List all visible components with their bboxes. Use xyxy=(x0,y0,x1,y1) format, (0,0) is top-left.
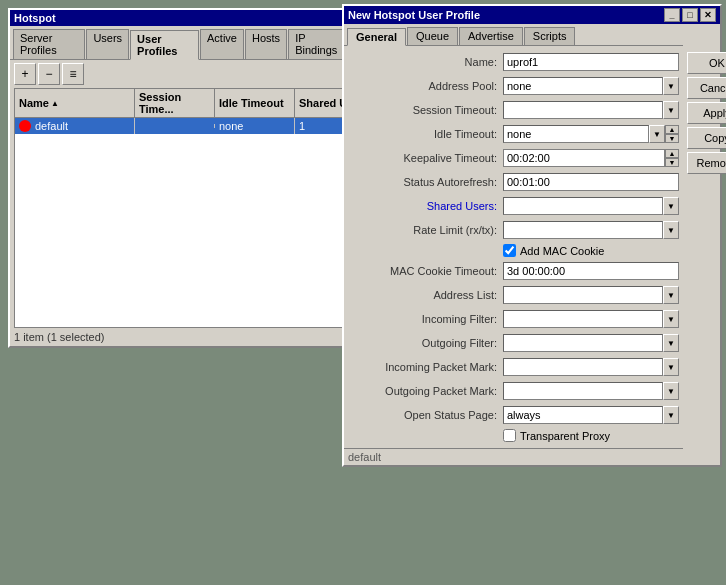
outgoing-filter-dropdown[interactable]: ▼ xyxy=(663,334,679,352)
remove-button2[interactable]: Remove xyxy=(687,152,726,174)
idle-timeout-up[interactable]: ▲ xyxy=(665,125,679,134)
ok-button[interactable]: OK xyxy=(687,52,726,74)
status-autorefresh-row: Status Autorefresh: xyxy=(348,172,679,192)
idle-timeout-wrap: ▼ ▲ ▼ xyxy=(503,125,679,143)
keepalive-timeout-label: Keepalive Timeout: xyxy=(348,152,503,164)
profile-form-area: General Queue Advertise Scripts Name: Ad… xyxy=(344,24,683,465)
profile-content: Name: Address Pool: ▼ Session Timeout: xyxy=(344,46,683,448)
profiles-table: Name ▲ Session Time... Idle Timeout Shar… xyxy=(14,88,347,328)
col-name: Name ▲ xyxy=(15,89,135,117)
session-timeout-dropdown[interactable]: ▼ xyxy=(663,101,679,119)
incoming-filter-input[interactable] xyxy=(503,310,663,328)
incoming-packet-mark-wrap: ▼ xyxy=(503,358,679,376)
outgoing-filter-wrap: ▼ xyxy=(503,334,679,352)
incoming-filter-dropdown[interactable]: ▼ xyxy=(663,310,679,328)
add-mac-cookie-checkbox[interactable] xyxy=(503,244,516,257)
cell-session-time xyxy=(135,124,215,128)
keepalive-up[interactable]: ▲ xyxy=(665,149,679,158)
outgoing-packet-mark-input[interactable] xyxy=(503,382,663,400)
keepalive-spinner: ▲ ▼ xyxy=(665,149,679,167)
idle-timeout-down[interactable]: ▼ xyxy=(665,134,679,143)
rate-limit-input[interactable] xyxy=(503,221,663,239)
tab-server-profiles[interactable]: Server Profiles xyxy=(13,29,85,59)
outgoing-packet-mark-dropdown[interactable]: ▼ xyxy=(663,382,679,400)
idle-timeout-row: Idle Timeout: ▼ ▲ ▼ xyxy=(348,124,679,144)
titlebar-buttons: _ □ ✕ xyxy=(664,8,716,22)
maximize-button[interactable]: □ xyxy=(682,8,698,22)
tab-scripts[interactable]: Scripts xyxy=(524,27,576,45)
profile-titlebar: New Hotspot User Profile _ □ ✕ xyxy=(344,6,720,24)
address-list-row: Address List: ▼ xyxy=(348,285,679,305)
hotspot-title: Hotspot xyxy=(14,12,56,24)
keepalive-timeout-wrap: ▲ ▼ xyxy=(503,149,679,167)
filter-button[interactable]: ≡ xyxy=(62,63,84,85)
tab-user-profiles[interactable]: User Profiles xyxy=(130,30,199,60)
add-mac-cookie-label: Add MAC Cookie xyxy=(520,245,604,257)
session-timeout-row: Session Timeout: ▼ xyxy=(348,100,679,120)
address-pool-dropdown[interactable]: ▼ xyxy=(663,77,679,95)
status-autorefresh-label: Status Autorefresh: xyxy=(348,176,503,188)
open-status-page-row: Open Status Page: ▼ xyxy=(348,405,679,425)
col-idle-timeout: Idle Timeout xyxy=(215,89,295,117)
profile-window: New Hotspot User Profile _ □ ✕ General Q… xyxy=(342,4,722,467)
keepalive-timeout-input[interactable] xyxy=(503,149,665,167)
transparent-proxy-checkbox[interactable] xyxy=(503,429,516,442)
keepalive-down[interactable]: ▼ xyxy=(665,158,679,167)
apply-button[interactable]: Apply xyxy=(687,102,726,124)
table-header: Name ▲ Session Time... Idle Timeout Shar… xyxy=(15,89,346,118)
copy-button[interactable]: Copy xyxy=(687,127,726,149)
add-button[interactable]: + xyxy=(14,63,36,85)
profile-title: New Hotspot User Profile xyxy=(348,9,480,21)
address-pool-input[interactable] xyxy=(503,77,663,95)
name-row: Name: xyxy=(348,52,679,72)
remove-button[interactable]: − xyxy=(38,63,60,85)
status-dot xyxy=(19,120,31,132)
tab-ip-bindings[interactable]: IP Bindings xyxy=(288,29,347,59)
shared-users-label: Shared Users: xyxy=(348,200,503,212)
idle-timeout-input[interactable] xyxy=(503,125,649,143)
tab-users[interactable]: Users xyxy=(86,29,129,59)
table-row[interactable]: default none 1 xyxy=(15,118,346,134)
address-pool-label: Address Pool: xyxy=(348,80,503,92)
name-input[interactable] xyxy=(503,53,679,71)
outgoing-filter-input[interactable] xyxy=(503,334,663,352)
incoming-packet-mark-input[interactable] xyxy=(503,358,663,376)
cell-idle-timeout: none xyxy=(215,118,295,134)
open-status-page-input[interactable] xyxy=(503,406,663,424)
session-timeout-label: Session Timeout: xyxy=(348,104,503,116)
cell-name: default xyxy=(15,118,135,134)
address-pool-row: Address Pool: ▼ xyxy=(348,76,679,96)
shared-users-wrap: ▼ xyxy=(503,197,679,215)
keepalive-timeout-row: Keepalive Timeout: ▲ ▼ xyxy=(348,148,679,168)
tab-advertise[interactable]: Advertise xyxy=(459,27,523,45)
status-bar: 1 item (1 selected) xyxy=(10,328,351,346)
hotspot-titlebar: Hotspot xyxy=(10,10,351,26)
profile-inner: General Queue Advertise Scripts Name: Ad… xyxy=(344,24,720,465)
rate-limit-row: Rate Limit (rx/tx): ▼ xyxy=(348,220,679,240)
idle-timeout-label: Idle Timeout: xyxy=(348,128,503,140)
rate-limit-wrap: ▼ xyxy=(503,221,679,239)
mac-cookie-timeout-label: MAC Cookie Timeout: xyxy=(348,265,503,277)
tab-queue[interactable]: Queue xyxy=(407,27,458,45)
shared-users-input[interactable] xyxy=(503,197,663,215)
tab-general[interactable]: General xyxy=(347,28,406,46)
tab-active[interactable]: Active xyxy=(200,29,244,59)
close-button[interactable]: ✕ xyxy=(700,8,716,22)
cancel-button[interactable]: Cancel xyxy=(687,77,726,99)
rate-limit-dropdown[interactable]: ▼ xyxy=(663,221,679,239)
open-status-page-dropdown[interactable]: ▼ xyxy=(663,406,679,424)
incoming-packet-mark-dropdown[interactable]: ▼ xyxy=(663,358,679,376)
minimize-button[interactable]: _ xyxy=(664,8,680,22)
outgoing-filter-label: Outgoing Filter: xyxy=(348,337,503,349)
address-list-wrap: ▼ xyxy=(503,286,679,304)
session-timeout-input[interactable] xyxy=(503,101,663,119)
col-shared-users: Shared U... xyxy=(295,89,347,117)
idle-timeout-dropdown[interactable]: ▼ xyxy=(649,125,665,143)
status-autorefresh-input[interactable] xyxy=(503,173,679,191)
address-list-dropdown[interactable]: ▼ xyxy=(663,286,679,304)
shared-users-dropdown[interactable]: ▼ xyxy=(663,197,679,215)
address-list-input[interactable] xyxy=(503,286,663,304)
mac-cookie-timeout-input[interactable] xyxy=(503,262,679,280)
incoming-filter-label: Incoming Filter: xyxy=(348,313,503,325)
tab-hosts[interactable]: Hosts xyxy=(245,29,287,59)
